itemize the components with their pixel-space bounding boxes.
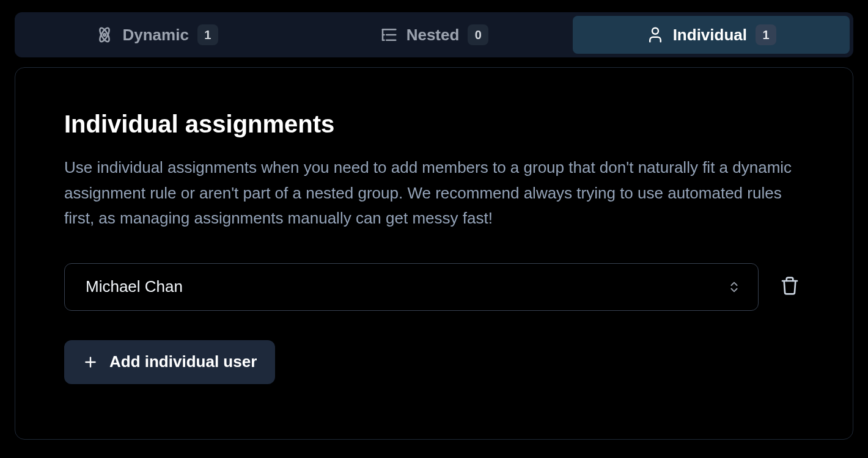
panel-description: Use individual assignments when you need… — [64, 155, 804, 231]
user-select-value: Michael Chan — [86, 277, 183, 296]
tab-count-badge: 0 — [468, 24, 488, 45]
individual-assignments-panel: Individual assignments Use individual as… — [15, 67, 853, 440]
tab-count-badge: 1 — [756, 24, 776, 45]
add-individual-user-button[interactable]: Add individual user — [64, 340, 275, 384]
assignment-row: Michael Chan — [64, 263, 804, 311]
tab-individual[interactable]: Individual 1 — [573, 16, 850, 54]
assignment-type-tabs: Dynamic 1 Nested 0 Individual 1 — [15, 12, 853, 57]
delete-assignment-button[interactable] — [776, 273, 804, 301]
tab-dynamic[interactable]: Dynamic 1 — [18, 16, 295, 54]
user-icon — [646, 26, 664, 44]
chevrons-up-down-icon — [727, 280, 741, 294]
svg-point-0 — [104, 34, 106, 36]
tab-nested[interactable]: Nested 0 — [295, 16, 572, 54]
user-select[interactable]: Michael Chan — [64, 263, 759, 311]
tab-count-badge: 1 — [197, 24, 218, 45]
plus-icon — [83, 354, 98, 370]
tab-label: Individual — [673, 26, 747, 45]
list-tree-icon — [380, 26, 398, 44]
tab-label: Dynamic — [122, 26, 188, 45]
add-button-label: Add individual user — [109, 352, 257, 371]
atom-icon — [95, 26, 114, 44]
panel-title: Individual assignments — [64, 111, 804, 138]
trash-icon — [780, 276, 800, 297]
svg-point-3 — [652, 28, 658, 34]
tab-label: Nested — [406, 26, 460, 45]
